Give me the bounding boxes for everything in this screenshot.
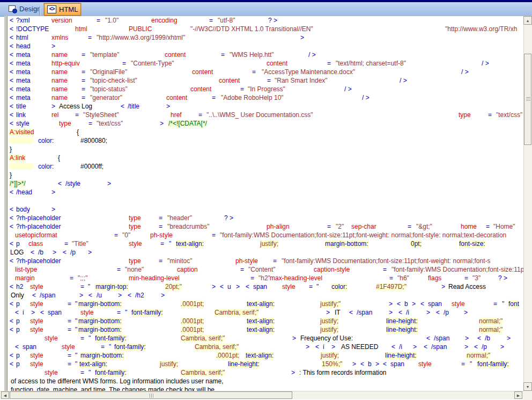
code-token: rel xyxy=(51,111,58,119)
code-token: name xyxy=(51,85,68,93)
code-token: margin-bottom: xyxy=(78,326,122,333)
code-token: "font-family:WMS Documentation;font-size… xyxy=(220,231,506,239)
code-token: A:link xyxy=(10,154,25,162)
code-token: usetopicformat xyxy=(15,231,57,239)
code-token: u xyxy=(227,283,231,290)
code-token: i xyxy=(23,309,24,316)
tab-design[interactable]: Design xyxy=(6,3,43,14)
code-token: > xyxy=(306,343,309,351)
design-view-icon xyxy=(9,5,17,12)
code-token: = xyxy=(82,68,85,76)
code-token: < xyxy=(10,257,13,265)
code-token: type xyxy=(459,111,471,119)
code-token: : This form records information xyxy=(299,369,387,376)
code-token: sep-char xyxy=(351,223,376,230)
code-line: <metahttp-equiv="Content-Type"content="t… xyxy=(8,59,523,68)
code-token: > xyxy=(464,309,468,316)
code-token: > xyxy=(31,309,35,316)
code-token: "3" xyxy=(472,274,481,282)
code-token: "template" xyxy=(90,51,120,59)
code-token: " xyxy=(75,300,77,308)
code-token: = xyxy=(240,266,244,273)
code-line: of access to the different WMS forms. Lo… xyxy=(8,377,523,386)
code-token: 150%;" xyxy=(322,360,342,368)
code-token: = xyxy=(82,85,85,93)
vertical-scrollbar-thumb[interactable] xyxy=(524,54,531,145)
code-token: style xyxy=(30,317,43,325)
code-token: = xyxy=(461,360,465,368)
code-token: encoding xyxy=(151,17,178,24)
code-token: h2 xyxy=(16,283,23,290)
code-token: < xyxy=(10,317,13,325)
code-token: http-equiv xyxy=(51,60,80,67)
code-token: = xyxy=(389,274,393,282)
horizontal-scrollbar-thumb[interactable] xyxy=(10,391,292,399)
code-token: = xyxy=(68,352,71,359)
code-token: < xyxy=(349,309,353,316)
code-token: Cambria, serif;" xyxy=(195,343,239,351)
code-token: = xyxy=(80,283,84,290)
code-token xyxy=(10,137,33,144)
code-token: " xyxy=(88,369,91,376)
code-token: "0" xyxy=(122,231,130,239)
code-token: < xyxy=(10,223,13,230)
code-token: = xyxy=(221,51,225,59)
code-token: Cambria, serif;" xyxy=(181,369,225,376)
code-token: "font-family:WMS Documentation;font-size… xyxy=(282,257,491,265)
code-token: > xyxy=(291,369,295,376)
code-token: text-align: xyxy=(247,326,275,333)
code-token: flags xyxy=(428,274,441,282)
code-token: /title xyxy=(128,103,139,110)
code-token: "Ran Smart Index" xyxy=(275,77,328,84)
code-token: " xyxy=(88,334,91,342)
code-token: < xyxy=(397,300,401,308)
code-token: < xyxy=(63,249,66,256)
code-token: = xyxy=(159,223,162,230)
code-token: style xyxy=(62,343,75,351)
code-line: <pstyle="margin-bottom:.0001pt;text-alig… xyxy=(8,300,523,308)
code-token: = xyxy=(122,60,126,67)
code-line: <styletype="text/css">/*<![CDATA[*/ xyxy=(8,119,523,128)
thumb-grip xyxy=(150,394,154,398)
code-token: /span xyxy=(431,343,447,351)
code-token: content xyxy=(192,68,213,76)
code-token: = xyxy=(88,34,92,41)
code-token: = xyxy=(212,231,216,239)
scroll-right-arrow-icon[interactable]: ▶ xyxy=(514,391,522,399)
code-token: span xyxy=(390,360,404,368)
code-token: normal;" xyxy=(479,317,503,325)
code-token: > xyxy=(160,120,164,127)
code-token: ?rh-placeholder xyxy=(16,214,61,222)
code-token: > xyxy=(107,180,111,187)
code-line: <?rh-placeholdertype="minitoc"ph-style="… xyxy=(8,257,523,265)
code-token: justify; xyxy=(320,326,338,333)
code-token: style xyxy=(30,360,43,368)
code-token: < xyxy=(10,17,13,24)
code-token: = xyxy=(82,94,85,101)
code-token: = xyxy=(212,94,216,101)
code-line: <htmlxmlns="http://www.w3.org/1999/xhtml… xyxy=(8,33,523,42)
code-token: > xyxy=(500,343,504,351)
code-token: = xyxy=(117,309,121,316)
scroll-down-arrow-icon[interactable]: ▼ xyxy=(523,382,532,391)
code-token: font xyxy=(508,300,519,308)
code-token: < xyxy=(424,343,427,351)
code-token: = xyxy=(493,300,497,308)
code-token: text-align: xyxy=(247,317,275,325)
code-token: = xyxy=(252,68,256,76)
scroll-left-arrow-icon[interactable]: ◀ xyxy=(1,391,9,399)
code-editor-surface[interactable]: <?xmlversion="1.0"encoding="utf-8"? ><!D… xyxy=(8,16,523,391)
tab-separator xyxy=(39,6,41,16)
code-token: = xyxy=(101,343,105,351)
code-token: list-type xyxy=(15,266,37,273)
code-token: } xyxy=(10,146,12,153)
code-token: > xyxy=(375,360,379,368)
code-line: style="font-family:Cambria, serif;">: Th… xyxy=(8,368,523,377)
code-token: "minitoc" xyxy=(167,257,193,265)
code-token: > xyxy=(300,34,304,41)
tab-html[interactable]: <> HTML xyxy=(44,3,81,16)
scroll-up-arrow-icon[interactable]: ▲ xyxy=(523,16,532,25)
code-token: "topic-check-list" xyxy=(90,77,137,84)
code-token: name xyxy=(51,94,68,101)
code-token: < xyxy=(391,343,395,351)
